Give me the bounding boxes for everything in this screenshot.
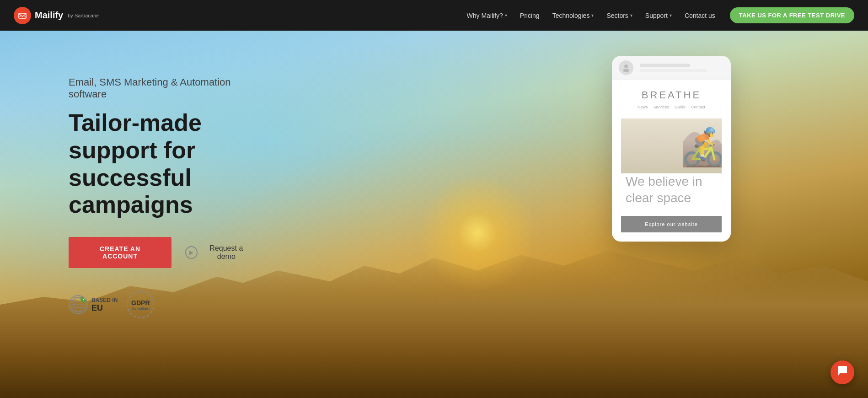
check-icon: ✓	[80, 295, 88, 302]
eu-label: EU	[91, 303, 118, 313]
phone-mockup: BREATHE News Services Guide Contact 🚵 We…	[612, 56, 731, 242]
chevron-down-icon: ▾	[591, 13, 594, 18]
nav-sectors[interactable]: Sectors ▾	[601, 8, 638, 23]
gdpr-subtext: Compliant	[132, 307, 150, 311]
logo-name: Mailify	[35, 10, 63, 21]
nav-support[interactable]: Support ▾	[640, 8, 677, 23]
phone-site-name: BREATHE	[621, 89, 722, 101]
chat-icon	[836, 365, 848, 380]
hero-title: Tailor-made support for successful campa…	[69, 109, 252, 219]
phone-site-nav: News Services Guide Contact	[621, 105, 722, 109]
main-nav: Why Mailify? ▾ Pricing Technologies ▾ Se…	[461, 8, 721, 23]
based-in-text: BASED IN	[91, 297, 118, 303]
chevron-down-icon: ▾	[505, 13, 507, 18]
chat-bubble-button[interactable]	[830, 360, 854, 384]
phone-top-bar	[612, 56, 731, 80]
hero-content: Email, SMS Marketing & Automation softwa…	[0, 31, 320, 318]
demo-circle-icon: ▶	[185, 246, 198, 259]
nav-pricing[interactable]: Pricing	[514, 8, 545, 23]
nav-contact[interactable]: Contact us	[679, 8, 721, 23]
gdpr-text: GDPR	[131, 299, 150, 307]
phone-avatar-icon	[619, 60, 633, 75]
phone-explore-button[interactable]: Explore our website	[621, 216, 722, 232]
logo[interactable]: Mailify by Sarbacane	[14, 7, 99, 24]
svg-point-8	[624, 65, 628, 68]
navbar: Mailify by Sarbacane Why Mailify? ▾ Pric…	[0, 0, 868, 31]
logo-icon	[14, 7, 31, 24]
svg-point-9	[623, 69, 629, 72]
phone-bike-area: 🚵	[621, 118, 722, 173]
nav-why-mailify[interactable]: Why Mailify? ▾	[461, 8, 513, 23]
globe-icon: ✓	[69, 295, 88, 314]
eu-badge: ✓ BASED IN EU	[69, 295, 118, 314]
hero-subtitle: Email, SMS Marketing & Automation softwa…	[69, 76, 252, 100]
chevron-down-icon: ▾	[670, 13, 672, 18]
hero-buttons: CREATE AN ACCOUNT ▶ Request a demo	[69, 237, 252, 268]
hero-section: Email, SMS Marketing & Automation softwa…	[0, 31, 868, 398]
free-test-drive-button[interactable]: TAKE US FOR A FREE TEST DRIVE	[730, 7, 854, 23]
phone-content: BREATHE News Services Guide Contact 🚵 We…	[612, 80, 731, 242]
logo-subtitle: by Sarbacane	[68, 13, 99, 18]
chevron-down-icon: ▾	[630, 13, 632, 18]
request-demo-button[interactable]: ▶ Request a demo	[185, 244, 252, 261]
hero-badges: ✓ BASED IN EU GDPR Compliant	[69, 291, 252, 318]
nav-technologies[interactable]: Technologies ▾	[547, 8, 600, 23]
svg-rect-0	[19, 13, 26, 18]
sun-flare	[409, 164, 546, 301]
gdpr-badge: GDPR Compliant	[127, 291, 154, 318]
bike-rider-icon: 🚵	[680, 126, 722, 169]
phone-body-text: We believe in clear space	[621, 173, 722, 207]
create-account-button[interactable]: CREATE AN ACCOUNT	[69, 237, 171, 268]
